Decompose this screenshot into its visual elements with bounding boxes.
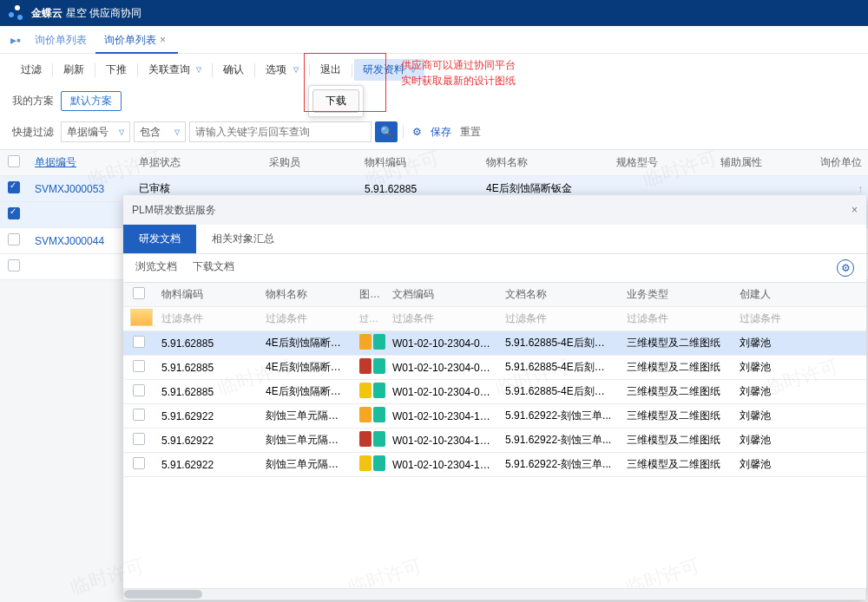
filter-field-select[interactable]: 单据编号▽	[61, 121, 130, 142]
filter-cell[interactable]: 过滤条件	[155, 311, 259, 326]
table-row[interactable]: 5.91.62922刻蚀三单元隔断钣金...W01-02-10-2304-10.…	[123, 453, 866, 477]
filter-cell[interactable]: 过滤条件	[259, 311, 352, 326]
row-checkbox[interactable]	[133, 457, 145, 469]
gear-icon[interactable]: ⚙	[837, 259, 854, 277]
select-all-checkbox[interactable]	[8, 155, 20, 167]
cell-mcode: 5.91.62922	[155, 459, 259, 471]
col-id[interactable]: 单据编号	[28, 155, 132, 170]
chevron-down-icon: ▽	[293, 66, 299, 74]
col-aux[interactable]: 辅助属性	[713, 155, 813, 170]
filter-button[interactable]: 过滤	[12, 59, 50, 81]
pcol-dcode[interactable]: 文档编码	[385, 287, 498, 302]
doc-id-link[interactable]: SVMXJ000044	[35, 235, 104, 247]
filter-label: 快捷过滤	[12, 125, 54, 140]
cell-mcode: 5.91.62885	[155, 337, 259, 350]
pcol-btype[interactable]: 业务类型	[620, 287, 733, 302]
pcol-dname[interactable]: 文档名称	[498, 287, 620, 302]
cell-mcode: 5.91.62885	[358, 183, 479, 195]
row-checkbox[interactable]	[133, 433, 145, 445]
filter-cell[interactable]: 过滤条件	[498, 311, 620, 326]
table-row[interactable]: 5.91.62922刻蚀三单元隔断钣金...W01-02-10-2304-10.…	[123, 404, 866, 429]
tab-related-summary[interactable]: 相关对象汇总	[196, 225, 290, 253]
gear-icon[interactable]: ⚙	[412, 126, 422, 138]
row-checkbox[interactable]	[133, 384, 145, 396]
col-unit[interactable]: 询价单位	[813, 155, 865, 170]
chevron-down-icon: ▽	[174, 128, 180, 136]
plm-toolbar: 浏览文档 下载文档 ⚙	[123, 254, 866, 282]
horizontal-scrollbar[interactable]	[123, 588, 866, 600]
cell-mname: 4E后刻蚀隔断钣金	[479, 181, 609, 196]
push-button[interactable]: 下推	[97, 59, 135, 81]
filter-tag-icon	[130, 309, 153, 326]
row-checkbox[interactable]	[133, 360, 145, 372]
row-checkbox[interactable]	[133, 409, 145, 421]
cell-dcode: W01-02-10-2304-10...	[385, 410, 498, 422]
row-checkbox[interactable]	[8, 207, 20, 219]
filter-cell[interactable]: 过滤条件	[733, 311, 802, 326]
scrollbar-thumb[interactable]	[124, 590, 202, 599]
breadcrumb-back[interactable]: 询价单列表	[26, 26, 95, 54]
cell-mcode: 5.91.62885	[155, 362, 259, 374]
filetype-icon	[373, 358, 385, 374]
tab-active[interactable]: 询价单列表×	[95, 26, 178, 54]
nav-icon[interactable]: ▸▪	[5, 33, 26, 47]
toolbar: 过滤 刷新 下推 关联查询 ▽ 确认 选项 ▽ 退出 研发资料 ▽ 下载 供应商…	[0, 54, 868, 86]
rd-material-menu: 下载	[308, 85, 364, 117]
cell-dcode: W01-02-10-2304-03...	[385, 386, 498, 398]
col-mcode[interactable]: 物料编码	[358, 155, 479, 170]
scheme-row: 我的方案 默认方案	[0, 86, 868, 118]
refresh-button[interactable]: 刷新	[55, 59, 93, 81]
table-row[interactable]: 5.91.62922刻蚀三单元隔断钣金...W01-02-10-2304-10.…	[123, 429, 866, 453]
save-filter-link[interactable]: 保存	[431, 125, 451, 140]
filter-cell[interactable]: 过滤条件	[385, 311, 498, 326]
filter-keyword-input[interactable]	[189, 121, 372, 142]
pcol-mcode[interactable]: 物料编码	[155, 287, 259, 302]
pcol-icon[interactable]: 图标	[352, 287, 385, 302]
close-icon[interactable]: ×	[852, 204, 858, 216]
col-mname[interactable]: 物料名称	[479, 155, 609, 170]
filetype-icon	[373, 383, 385, 398]
pcol-mname[interactable]: 物料名称	[259, 287, 352, 302]
reset-filter-link[interactable]: 重置	[460, 125, 481, 140]
cell-btype: 三维模型及二维图纸	[620, 457, 733, 472]
default-scheme-button[interactable]: 默认方案	[61, 91, 122, 111]
brand: 金蝶云 星空 供应商协同	[31, 6, 141, 21]
browse-docs-button[interactable]: 浏览文档	[135, 259, 177, 277]
cell-dname: 5.91.62922-刻蚀三单...	[498, 409, 620, 423]
table-row[interactable]: 5.91.628854E后刻蚀隔断钣金W01-02-10-2304-03...5…	[123, 331, 866, 356]
download-menu-item[interactable]: 下载	[312, 89, 359, 113]
confirm-button[interactable]: 确认	[214, 59, 253, 81]
cell-creator: 刘馨池	[733, 433, 802, 448]
filter-cell[interactable]: 过滤条件	[352, 312, 385, 325]
col-status[interactable]: 单据状态	[132, 155, 262, 170]
close-icon[interactable]: ×	[160, 34, 166, 46]
table-row[interactable]: 5.91.628854E后刻蚀隔断钣金W01-02-10-2304-03...5…	[123, 380, 866, 404]
cell-btype: 三维模型及二维图纸	[620, 360, 733, 375]
col-spec[interactable]: 规格型号	[609, 155, 713, 170]
doc-id-link[interactable]: SVMXJ000053	[35, 183, 104, 195]
row-checkbox[interactable]	[133, 336, 145, 348]
link-query-button[interactable]: 关联查询 ▽	[140, 59, 210, 81]
cell-creator: 刘馨池	[733, 360, 802, 375]
col-buyer[interactable]: 采购员	[262, 155, 358, 170]
pcol-creator[interactable]: 创建人	[733, 287, 802, 302]
filter-op-select[interactable]: 包含▽	[134, 121, 186, 142]
search-button[interactable]: 🔍	[375, 121, 398, 142]
filetype-icon	[359, 334, 372, 350]
row-checkbox[interactable]	[8, 233, 20, 245]
navigate-up-icon[interactable]: ↑	[858, 183, 863, 195]
filter-cell[interactable]: 过滤条件	[620, 311, 733, 326]
dialog-title-bar[interactable]: PLM研发数据服务 ×	[123, 195, 866, 225]
download-docs-button[interactable]: 下载文档	[193, 259, 234, 277]
cell-mcode: 5.91.62885	[155, 386, 259, 398]
tab-rd-docs[interactable]: 研发文档	[123, 225, 196, 253]
filetype-icon	[359, 407, 372, 422]
exit-button[interactable]: 退出	[312, 59, 350, 81]
options-button[interactable]: 选项 ▽	[257, 59, 306, 81]
row-checkbox[interactable]	[8, 181, 20, 193]
row-checkbox[interactable]	[8, 259, 20, 272]
table-row[interactable]: 5.91.628854E后刻蚀隔断钣金W01-02-10-2304-03...5…	[123, 356, 866, 380]
plm-filter-row: 过滤条件 过滤条件 过滤条件 过滤条件 过滤条件 过滤条件 过滤条件	[123, 307, 866, 331]
plm-select-all-checkbox[interactable]	[133, 287, 145, 299]
cell-dname: 5.91.62885-4E后刻蚀...	[498, 384, 620, 399]
